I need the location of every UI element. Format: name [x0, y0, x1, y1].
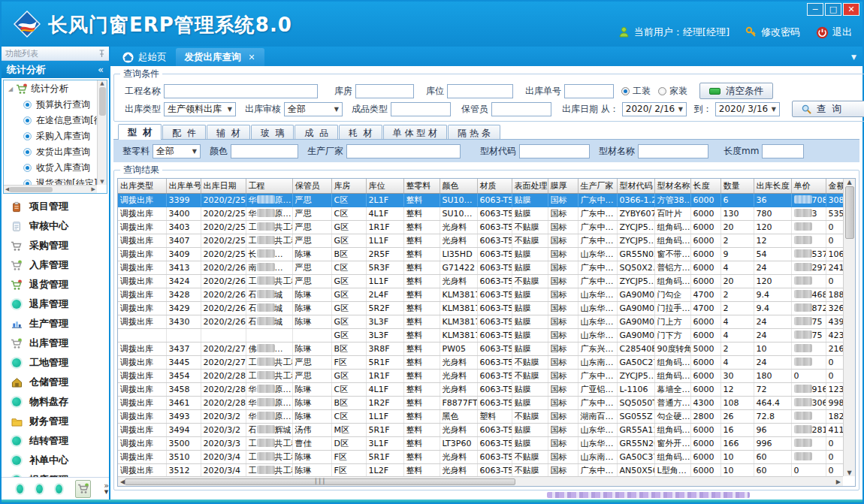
manufacturer-input[interactable]	[346, 144, 461, 158]
table-horizontal-scrollbar[interactable]: ◀┃┃┃▶	[118, 476, 843, 486]
column-header[interactable]: 出库类型	[118, 179, 166, 194]
profile-name-input[interactable]	[638, 144, 708, 158]
column-header[interactable]: 型材代码	[617, 179, 654, 194]
column-header[interactable]: 出库日期	[201, 179, 246, 194]
whole-part-select[interactable]: 全部▼	[153, 144, 201, 158]
out-type-select[interactable]: 生产领料出库▼	[164, 102, 236, 116]
material-tab[interactable]: 型 材	[118, 124, 162, 140]
sidebar-item-采购管理[interactable]: 采购管理	[2, 236, 109, 255]
tree-item[interactable]: 退货查询[待定]	[4, 176, 97, 185]
table-row[interactable]: 调拨出库34072020/2/25工共工程严思G区1L1F整料光身料6063-T…	[118, 234, 843, 248]
dot-icon[interactable]	[56, 484, 62, 493]
column-header[interactable]: 膜厚	[548, 179, 578, 194]
table-row[interactable]: 调拨出库35002020/3/3工共工程曹佳D区3L1F整料LT3P606063…	[118, 437, 843, 451]
material-tab[interactable]: 成 品	[295, 125, 338, 139]
tree-horizontal-scrollbar[interactable]: ◀▶	[4, 185, 97, 193]
column-header[interactable]: 金额	[826, 179, 843, 194]
sidebar-item-生产管理[interactable]: 生产管理	[2, 314, 109, 333]
material-tab[interactable]: 单 体 型 材	[383, 125, 447, 139]
minimize-button[interactable]: ─	[807, 3, 823, 16]
table-row[interactable]: 调拨出库33992020/2/25华原…严思C区2L1F整料SU10…6063-…	[118, 194, 843, 207]
project-name-input[interactable]	[164, 84, 318, 98]
sidebar-item-财务管理[interactable]: 财务管理	[2, 412, 109, 431]
table-row[interactable]: 调拨出库35122020/3/4工共工程陈琳F区1L2F整料光身料6063-T5…	[118, 464, 843, 477]
order-no-input[interactable]	[564, 84, 614, 98]
table-row[interactable]: 调拨出库34032020/2/25工共工程严思G区1R1F整料光身料6063-T…	[118, 221, 843, 234]
logout-link[interactable]: 退出	[816, 26, 852, 39]
material-tab[interactable]: 辅 材	[207, 125, 250, 139]
table-row[interactable]: 调拨出库34292020/2/26石城陈琳G区5R2F整料KLM38176063…	[118, 302, 843, 315]
column-header[interactable]: 库位	[366, 179, 403, 194]
keeper-input[interactable]	[491, 102, 551, 116]
column-header[interactable]: 单价	[791, 179, 826, 194]
column-header[interactable]: 出库长度	[754, 179, 791, 194]
column-header[interactable]: 型材名称	[654, 179, 690, 194]
sidebar-item-工地管理[interactable]: 工地管理	[2, 353, 109, 373]
sidebar-item-结转管理[interactable]: 结转管理	[2, 431, 109, 451]
product-type-input[interactable]	[391, 102, 451, 116]
material-tab[interactable]: 耗 材	[339, 125, 382, 139]
tree-item[interactable]: 在途信息查询[待	[4, 113, 97, 128]
column-header[interactable]: 库房	[331, 179, 366, 194]
audit-select[interactable]: 全部▼	[284, 102, 343, 116]
sidebar-item-报废管理[interactable]: 报废管理	[2, 470, 109, 477]
table-row[interactable]: 调拨出库35102020/3/4工共工程陈琳F区5R1F整料光身料6063-T5…	[118, 451, 843, 464]
table-row[interactable]: 调拨出库34612020/2/28华原…陈琳B区1R2F整料F8877FT606…	[118, 397, 843, 410]
table-row[interactable]: 调拨出库34452020/2/27工共工程严思F区5R1F整料光身料6063-T…	[118, 356, 843, 370]
tree-item[interactable]: 采购入库查询	[4, 128, 97, 144]
location-input[interactable]	[447, 84, 513, 98]
pin-icon[interactable]	[98, 50, 105, 58]
table-row[interactable]: 调拨出库34092020/2/25长…陈琳B区2R5F整料LI35HD6063-…	[118, 248, 843, 261]
table-row[interactable]: 调拨出库34542020/2/28工共工程严思G区1R1F整料光身料6063-T…	[118, 370, 843, 383]
table-row[interactable]: 调拨出库34582020/2/28华原…陈琳C区4L1F整料光身料6063-T5…	[118, 383, 843, 397]
date-to-select[interactable]: 2020/ 3/16▼	[715, 102, 780, 116]
cart-shortcut-button[interactable]	[75, 480, 91, 498]
close-button[interactable]: ✕	[843, 3, 859, 16]
column-header[interactable]: 长度	[690, 179, 721, 194]
dot-icon[interactable]	[36, 484, 43, 493]
length-input[interactable]	[762, 144, 804, 158]
column-header[interactable]: 表面处理	[512, 179, 548, 194]
table-vertical-scrollbar[interactable]: ▲▼	[843, 179, 855, 476]
tree-vertical-scrollbar[interactable]: ▲▼	[97, 80, 107, 185]
column-header[interactable]: 颜色	[440, 179, 477, 194]
color-input[interactable]	[231, 144, 298, 158]
table-row[interactable]: 调拨出库34002020/2/25华原…严思C区4L1F整料SU10…6063-…	[118, 207, 843, 221]
material-tab[interactable]: 配 件	[162, 125, 206, 139]
table-row[interactable]: 调拨出库34932020/3/2华原…陈琳C区1L1F整料黑色塑料不贴膜国标湖南…	[118, 410, 843, 424]
column-header[interactable]: 生产厂家	[578, 179, 617, 194]
tree-item[interactable]: 发货出库查询	[4, 144, 97, 160]
sidebar-item-退库管理[interactable]: 退库管理	[2, 294, 109, 314]
column-header[interactable]: 保管员	[292, 179, 331, 194]
column-header[interactable]: 工程	[246, 179, 292, 194]
sidebar-item-审核中心[interactable]: 审核中心	[2, 216, 109, 236]
table-row[interactable]: 调拨出库34132020/2/26南…严思C区5R3F整料G714226063-…	[118, 261, 843, 275]
tab-list-dropdown-icon[interactable]: ▼	[851, 53, 856, 61]
tree-expander-icon[interactable]: ◢	[8, 86, 13, 92]
table-row[interactable]: 调拨出库34372020/2/27佛…陈琳B区3R8F整料PW056063-T5…	[118, 343, 843, 356]
table-row[interactable]: 调拨出库34942020/3/2石辉城汤伟M区5R1F整料光身料6063-T5贴…	[118, 424, 843, 437]
maximize-button[interactable]: □	[825, 3, 841, 16]
warehouse-input[interactable]	[355, 84, 414, 98]
column-header[interactable]: 数量	[721, 179, 754, 194]
material-tab[interactable]: 玻 璃	[251, 125, 295, 139]
date-from-select[interactable]: 2020/ 2/16▼	[622, 102, 687, 116]
table-row[interactable]: 调拨出库34242020/2/26工共工程严思G区1L1F整料光身料6063-T…	[118, 275, 843, 288]
sidebar-item-项目管理[interactable]: 项目管理	[2, 197, 109, 216]
column-header[interactable]: 整零料	[403, 179, 440, 194]
table-row[interactable]: 调拨出库34282020/2/26石城陈琳G区2L4F整料KLM38176063…	[118, 288, 843, 302]
clear-conditions-button[interactable]: 清空条件	[699, 83, 773, 99]
collapse-icon[interactable]: «	[98, 64, 104, 75]
sidebar-section-header[interactable]: 统计分析 «	[2, 61, 109, 78]
table-row[interactable]: G区3L3F整料KLM38176063-T5贴膜国标山东华…GA90M09…门下…	[118, 329, 843, 343]
material-tab[interactable]: 隔 热 条	[448, 125, 500, 139]
search-button[interactable]: 查 询	[792, 101, 864, 117]
tab-shipment-outbound-query[interactable]: 发货出库查询 ✕	[176, 48, 264, 66]
change-password-link[interactable]: 修改密码	[745, 26, 800, 39]
sidebar-item-退货管理[interactable]: 退货管理	[2, 275, 109, 294]
more-options-button[interactable]: »▾	[104, 483, 109, 495]
sidebar-item-物料盘存[interactable]: 物料盘存	[2, 392, 109, 412]
column-header[interactable]: 出库单号	[166, 179, 201, 194]
column-header[interactable]: 材质	[477, 179, 512, 194]
sidebar-item-出库管理[interactable]: 出库管理	[2, 333, 109, 353]
